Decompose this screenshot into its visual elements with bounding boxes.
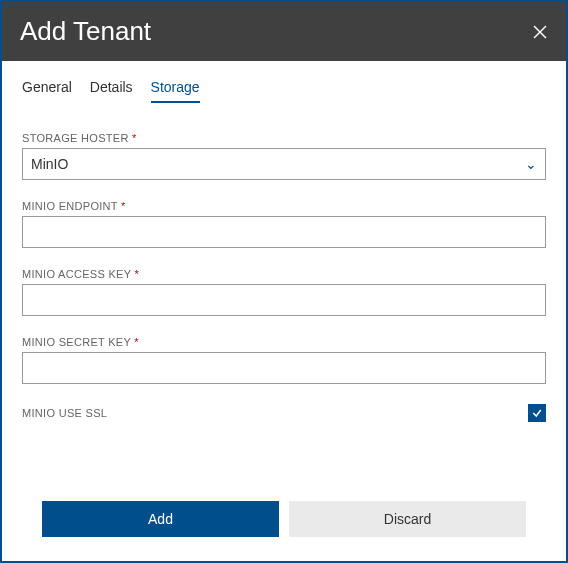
dialog-footer: Add Discard	[22, 501, 546, 561]
tab-storage[interactable]: Storage	[151, 79, 200, 103]
minio-secret-key-input[interactable]	[22, 352, 546, 384]
tabs: General Details Storage	[22, 79, 546, 104]
required-marker: *	[121, 200, 126, 212]
tab-general[interactable]: General	[22, 79, 72, 103]
minio-secret-key-label: MINIO SECRET KEY *	[22, 336, 546, 348]
add-tenant-dialog: Add Tenant General Details Storage STORA…	[0, 0, 568, 563]
chevron-down-icon: ⌄	[525, 156, 537, 172]
minio-endpoint-input[interactable]	[22, 216, 546, 248]
close-icon[interactable]	[532, 24, 548, 40]
minio-access-key-label: MINIO ACCESS KEY *	[22, 268, 546, 280]
dialog-header: Add Tenant	[2, 2, 566, 61]
minio-endpoint-label: MINIO ENDPOINT *	[22, 200, 546, 212]
field-minio-use-ssl: MINIO USE SSL	[22, 404, 546, 422]
dialog-title: Add Tenant	[20, 16, 151, 47]
storage-hoster-label: STORAGE HOSTER *	[22, 132, 546, 144]
field-minio-secret-key: MINIO SECRET KEY *	[22, 336, 546, 384]
storage-hoster-select[interactable]: MinIO ⌄	[22, 148, 546, 180]
minio-use-ssl-label: MINIO USE SSL	[22, 407, 107, 419]
field-minio-access-key: MINIO ACCESS KEY *	[22, 268, 546, 316]
tab-details[interactable]: Details	[90, 79, 133, 103]
add-button[interactable]: Add	[42, 501, 279, 537]
dialog-body: General Details Storage STORAGE HOSTER *…	[2, 61, 566, 561]
storage-hoster-value: MinIO	[31, 156, 68, 172]
field-minio-endpoint: MINIO ENDPOINT *	[22, 200, 546, 248]
required-marker: *	[134, 336, 139, 348]
field-storage-hoster: STORAGE HOSTER * MinIO ⌄	[22, 132, 546, 180]
required-marker: *	[135, 268, 140, 280]
required-marker: *	[132, 132, 137, 144]
discard-button[interactable]: Discard	[289, 501, 526, 537]
minio-use-ssl-checkbox[interactable]	[528, 404, 546, 422]
minio-access-key-input[interactable]	[22, 284, 546, 316]
